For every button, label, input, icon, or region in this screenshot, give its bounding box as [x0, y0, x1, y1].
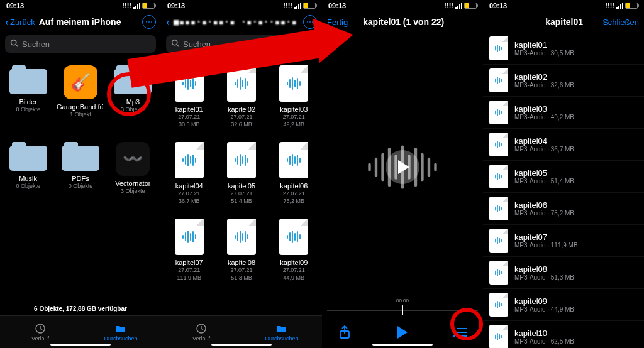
grid-item[interactable]: kapitel02 27.07.21 32,6 MB [216, 60, 267, 136]
grid-item[interactable]: Musik 0 Objekte [3, 137, 53, 212]
more-button[interactable]: ⋯ [142, 15, 156, 29]
search-icon [171, 39, 179, 49]
item-meta: 1 Objekt [70, 111, 91, 118]
grid-item[interactable]: kapitel04 27.07.21 36,7 MB [164, 137, 214, 212]
row-name: kapitel09 [514, 296, 574, 306]
audio-file-icon [489, 36, 508, 60]
carrier-text: !!!! [605, 2, 614, 9]
back-label: Zurück [10, 18, 35, 27]
list-item[interactable]: kapitel02 MP3-Audio · 32,6 MB [483, 65, 644, 97]
playlist-title: kapitel01 [530, 17, 599, 27]
carrier-text: !!!! [444, 2, 453, 9]
playlist-rows: kapitel01 MP3-Audio · 30,5 MB kapitel02 … [483, 33, 644, 348]
signal-icon [294, 3, 301, 9]
list-item[interactable]: kapitel07 MP3-Audio · 111,9 MB [483, 225, 644, 257]
svg-point-75 [453, 327, 455, 329]
list-item[interactable]: kapitel04 MP3-Audio · 36,7 MB [483, 129, 644, 161]
item-meta: 0 Objekte [69, 183, 93, 190]
item-date: 27.07.21 [230, 190, 252, 197]
search-field[interactable]: Suchen [166, 35, 317, 53]
status-bar: 09:13 !!!! [0, 0, 161, 11]
list-item[interactable]: kapitel10 MP3-Audio · 62,5 MB [483, 321, 644, 348]
chevron-left-icon: ‹ [166, 16, 170, 28]
audio-file-icon [279, 65, 308, 102]
item-date: 27.07.21 [283, 190, 305, 197]
grid-item[interactable]: kapitel05 27.07.21 51,4 MB [216, 137, 267, 212]
play-button[interactable] [396, 326, 408, 342]
item-name: Vectornator [115, 180, 150, 187]
files-pane-folders: 09:13 !!!! ‹ Zurück Auf meinem iPhone ⋯ … [0, 0, 161, 348]
grid-item[interactable]: kapitel07 27.07.21 111,9 MB [164, 214, 214, 289]
row-name: kapitel10 [514, 329, 574, 338]
playlist-button[interactable] [453, 327, 467, 340]
grid-item[interactable]: Mp3 3 Objekte [108, 60, 158, 136]
audio-file-icon [489, 293, 508, 317]
grid-item[interactable]: Bilder 0 Objekte [3, 60, 53, 136]
storage-footer: 6 Objekte, 172,88 GB verfügbar [0, 303, 161, 315]
home-indicator[interactable] [50, 344, 111, 346]
grid-item[interactable]: kapitel09 27.07.21 44,9 MB [269, 214, 319, 289]
vectornator-icon: 〰️ [116, 142, 150, 176]
audio-file-icon [227, 219, 256, 255]
status-time: 09:13 [6, 2, 24, 9]
row-meta: MP3-Audio · 36,7 MB [514, 146, 574, 153]
item-size: 49,2 MB [284, 121, 305, 128]
nav-bar: ‹ Zurück Auf meinem iPhone ⋯ [0, 11, 161, 33]
done-button[interactable]: Fertig [327, 18, 348, 27]
item-date: 27.07.21 [283, 114, 305, 121]
list-item[interactable]: kapitel06 MP3-Audio · 75,2 MB [483, 193, 644, 225]
audio-file-icon [175, 65, 204, 102]
grid-item[interactable]: kapitel06 27.07.21 75,2 MB [269, 137, 319, 212]
grid-item[interactable]: kapitel03 27.07.21 49,2 MB [269, 60, 319, 136]
share-button[interactable] [338, 325, 351, 342]
audio-file-icon [175, 219, 204, 255]
svg-line-4 [177, 45, 179, 46]
list-item[interactable]: kapitel01 MP3-Audio · 30,5 MB [483, 33, 644, 65]
search-field[interactable]: Suchen [5, 35, 156, 53]
more-button[interactable]: ⋯ [303, 15, 317, 29]
item-name: kapitel03 [280, 106, 308, 113]
battery-icon [625, 3, 638, 9]
search-placeholder: Suchen [183, 40, 211, 49]
search-icon [10, 39, 18, 49]
svg-line-1 [16, 45, 18, 46]
back-button[interactable]: ‹ Zurück [5, 16, 35, 28]
row-meta: MP3-Audio · 44,9 MB [514, 306, 574, 313]
grid-item[interactable]: 🎸 GarageBand für iOS 1 Objekt [55, 60, 106, 136]
playlist-pane: 09:13 !!!! kapitel01 Schließen kapitel01… [483, 0, 644, 348]
list-item[interactable]: kapitel05 MP3-Audio · 51,4 MB [483, 161, 644, 193]
home-indicator[interactable] [211, 344, 272, 346]
audio-file-icon [489, 101, 508, 124]
item-name: kapitel08 [228, 259, 255, 266]
grid-item[interactable]: kapitel01 27.07.21 30,5 MB [164, 60, 214, 136]
row-name: kapitel04 [514, 136, 574, 146]
list-item[interactable]: kapitel08 MP3-Audio · 51,3 MB [483, 257, 644, 289]
folder-icon [114, 65, 152, 94]
audio-artwork[interactable] [358, 139, 447, 195]
grid-item[interactable]: kapitel08 27.07.21 51,3 MB [216, 214, 267, 289]
item-name: Bilder [19, 98, 37, 106]
grid-item[interactable]: PDFs 0 Objekte [55, 137, 106, 212]
list-item[interactable]: kapitel09 MP3-Audio · 44,9 MB [483, 289, 644, 321]
signal-icon [455, 3, 462, 9]
item-date: 27.07.21 [178, 114, 200, 121]
item-date: 27.07.21 [230, 114, 252, 121]
home-indicator[interactable] [372, 344, 433, 346]
item-date: 27.07.21 [178, 267, 200, 274]
nav-bar: Fertig kapitel01 (1 von 22) [322, 11, 483, 33]
row-meta: MP3-Audio · 51,4 MB [514, 178, 574, 185]
back-button[interactable]: ‹ [166, 16, 170, 28]
audio-file-icon [227, 65, 256, 102]
list-item[interactable]: kapitel03 MP3-Audio · 49,2 MB [483, 97, 644, 129]
row-meta: MP3-Audio · 111,9 MB [514, 242, 578, 249]
grid-item[interactable]: 〰️ Vectornator 3 Objekte [108, 137, 158, 212]
scrubber[interactable]: 00:00 [322, 302, 483, 319]
audio-file-icon [175, 142, 204, 178]
item-size: 111,9 MB [177, 275, 201, 281]
row-meta: MP3-Audio · 62,5 MB [514, 338, 574, 345]
clock-icon [196, 323, 207, 334]
item-meta: 0 Objekte [16, 183, 40, 190]
close-button[interactable]: Schließen [602, 18, 639, 27]
status-bar: 09:13 !!!! [483, 0, 644, 11]
signal-icon [616, 3, 623, 9]
